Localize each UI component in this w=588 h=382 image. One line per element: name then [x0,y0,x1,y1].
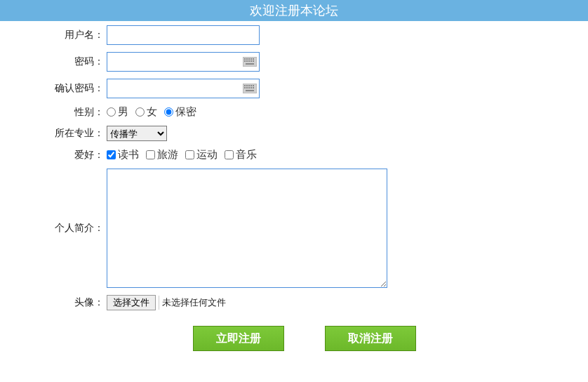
major-select[interactable]: 传播学 [107,126,167,141]
page-title: 欢迎注册本论坛 [0,0,588,21]
major-label: 所在专业： [0,127,107,140]
hobby-label: 爱好： [0,149,107,162]
gender-radio-group: 男 女 保密 [107,105,588,119]
password-input[interactable] [107,52,260,72]
avatar-label: 头像： [0,296,107,309]
confirm-password-label: 确认密码： [0,82,107,95]
hobby-option-sports[interactable]: 运动 [185,148,218,162]
gender-option-female[interactable]: 女 [135,105,157,119]
cancel-button[interactable]: 取消注册 [325,326,416,351]
choose-file-button[interactable]: 选择文件 [107,295,156,310]
hobby-option-travel[interactable]: 旅游 [146,148,178,162]
bio-textarea[interactable] [107,169,387,288]
gender-option-male[interactable]: 男 [107,105,128,119]
confirm-password-input[interactable] [107,79,260,98]
submit-button[interactable]: 立即注册 [193,326,284,351]
gender-label: 性别： [0,106,107,119]
username-input[interactable] [107,25,260,45]
password-label: 密码： [0,55,107,68]
bio-label: 个人简介： [0,169,107,235]
username-label: 用户名： [0,29,107,41]
hobby-option-music[interactable]: 音乐 [225,148,257,162]
hobby-checkbox-group: 读书 旅游 运动 音乐 [107,148,588,162]
hobby-option-reading[interactable]: 读书 [107,148,139,162]
registration-form: 用户名： 密码： 确认密码： 性别： [0,21,588,351]
file-status-text: 未选择任何文件 [159,296,226,310]
gender-option-secret[interactable]: 保密 [164,105,196,119]
